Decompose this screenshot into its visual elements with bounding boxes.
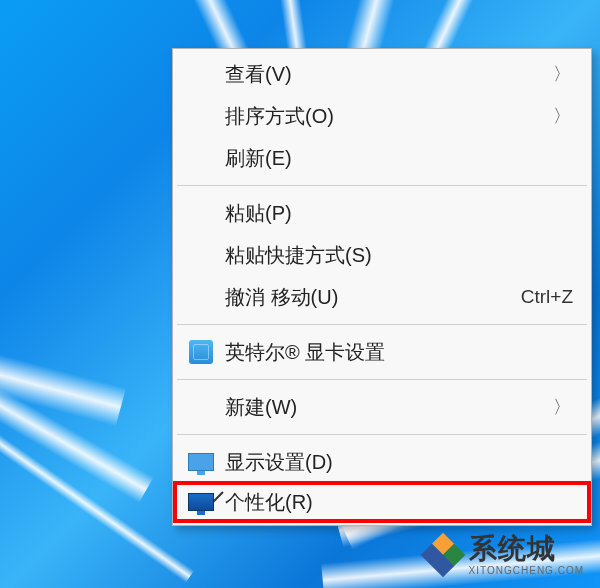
intel-icon [187,338,215,366]
watermark-logo-icon [423,535,463,575]
menu-item-refresh[interactable]: 刷新(E) [175,137,589,179]
menu-item-personalize[interactable]: 个性化(R) [173,481,591,523]
menu-item-intel-graphics[interactable]: 英特尔® 显卡设置 [175,331,589,373]
desktop-context-menu: 查看(V) 〉 排序方式(O) 〉 刷新(E) 粘贴(P) 粘贴快捷方式(S) … [172,48,592,526]
menu-item-undo-move[interactable]: 撤消 移动(U) Ctrl+Z [175,276,589,318]
watermark: 系统城 XITONGCHENG.COM [423,534,584,576]
menu-separator [177,185,587,186]
menu-label: 个性化(R) [225,489,573,516]
personalize-icon [187,488,215,516]
chevron-right-icon: 〉 [553,395,571,419]
menu-item-paste-shortcut[interactable]: 粘贴快捷方式(S) [175,234,589,276]
menu-label: 新建(W) [225,394,573,421]
menu-label: 撤消 移动(U) [225,284,521,311]
menu-label: 查看(V) [225,61,573,88]
menu-item-display-settings[interactable]: 显示设置(D) [175,441,589,483]
menu-separator [177,434,587,435]
menu-separator [177,379,587,380]
menu-label: 粘贴(P) [225,200,573,227]
menu-item-paste[interactable]: 粘贴(P) [175,192,589,234]
menu-label: 排序方式(O) [225,103,573,130]
menu-shortcut: Ctrl+Z [521,286,573,308]
watermark-text: 系统城 XITONGCHENG.COM [469,534,584,576]
watermark-url: XITONGCHENG.COM [469,565,584,576]
menu-separator [177,324,587,325]
watermark-title: 系统城 [469,534,584,565]
menu-item-sort[interactable]: 排序方式(O) 〉 [175,95,589,137]
menu-item-new[interactable]: 新建(W) 〉 [175,386,589,428]
menu-label: 刷新(E) [225,145,573,172]
chevron-right-icon: 〉 [553,62,571,86]
chevron-right-icon: 〉 [553,104,571,128]
menu-label: 英特尔® 显卡设置 [225,339,573,366]
menu-label: 显示设置(D) [225,449,573,476]
menu-item-view[interactable]: 查看(V) 〉 [175,53,589,95]
display-icon [187,448,215,476]
menu-label: 粘贴快捷方式(S) [225,242,573,269]
